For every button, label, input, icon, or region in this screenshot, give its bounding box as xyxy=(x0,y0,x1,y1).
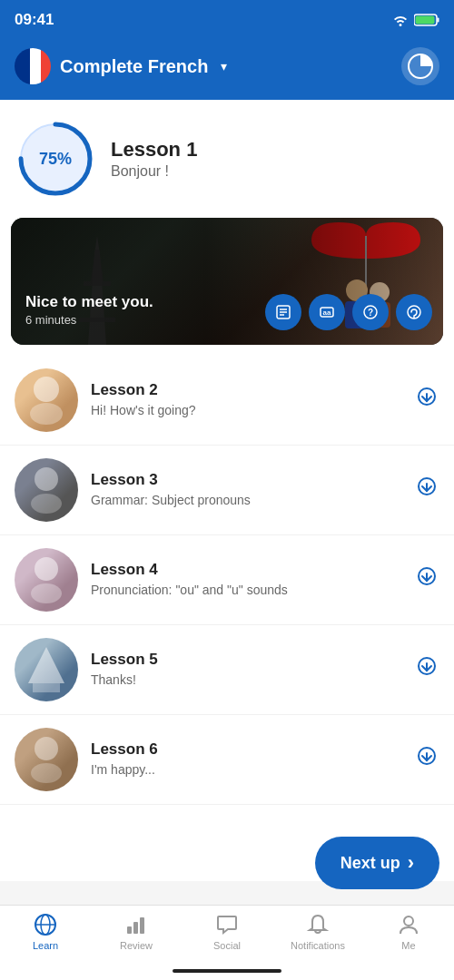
lesson-title-5: Lesson 5 xyxy=(91,651,401,669)
download-btn-3[interactable] xyxy=(414,475,439,505)
lesson-thumb-2 xyxy=(15,368,78,432)
banner-duration: 6 minutes xyxy=(25,313,153,327)
svg-rect-44 xyxy=(133,922,138,934)
svg-rect-2 xyxy=(416,16,435,24)
lesson-info-4: Lesson 4 Pronunciation: "ou" and "u" sou… xyxy=(91,561,401,600)
lesson-desc-3: Grammar: Subject pronouns xyxy=(91,492,401,510)
progress-circle: 75% xyxy=(15,118,96,200)
lesson-thumb-3 xyxy=(15,458,78,522)
vocabulary-icon-btn[interactable] xyxy=(265,294,301,330)
lesson-thumb-5 xyxy=(15,638,78,701)
lesson-item-6[interactable]: Lesson 6 I'm happy... xyxy=(0,715,454,805)
svg-marker-34 xyxy=(28,647,64,683)
speak-icon-btn[interactable] xyxy=(396,294,432,330)
main-content: 75% Lesson 1 Bonjour ! xyxy=(0,100,454,881)
status-bar: 09:41 xyxy=(0,0,454,40)
nav-label-notifications: Notifications xyxy=(291,940,345,951)
svg-point-25 xyxy=(34,377,59,402)
lesson-item-3[interactable]: Lesson 3 Grammar: Subject pronouns xyxy=(0,446,454,535)
header: Complete French ▾ xyxy=(0,40,454,100)
lesson-title-3: Lesson 3 xyxy=(91,471,401,489)
bell-icon xyxy=(306,913,330,936)
lesson1-subtitle: Bonjour ! xyxy=(111,163,197,180)
download-btn-6[interactable] xyxy=(414,744,439,775)
svg-point-38 xyxy=(31,763,62,783)
banner-icons: aa ? xyxy=(265,294,432,330)
nav-item-me[interactable]: Me xyxy=(363,913,454,951)
svg-point-24 xyxy=(413,318,415,319)
svg-point-26 xyxy=(30,403,63,425)
lesson-info-6: Lesson 6 I'm happy... xyxy=(91,740,401,779)
profile-button[interactable] xyxy=(401,47,439,85)
home-indicator xyxy=(173,969,281,973)
banner-title: Nice to meet you. xyxy=(25,293,153,311)
nav-item-notifications[interactable]: Notifications xyxy=(272,913,363,951)
download-btn-4[interactable] xyxy=(414,564,439,595)
lesson1-section[interactable]: 75% Lesson 1 Bonjour ! xyxy=(0,100,454,218)
svg-point-31 xyxy=(35,557,58,581)
svg-text:aa: aa xyxy=(323,309,331,317)
download-btn-5[interactable] xyxy=(414,654,439,685)
nav-label-learn: Learn xyxy=(33,940,58,951)
lesson-desc-2: Hi! How's it going? xyxy=(91,402,401,420)
svg-point-29 xyxy=(31,494,62,514)
svg-point-32 xyxy=(31,583,62,603)
flag-icon xyxy=(15,48,51,84)
quiz-icon-btn[interactable]: ? xyxy=(352,294,389,330)
next-up-label: Next up xyxy=(340,854,400,873)
nav-item-learn[interactable]: Learn xyxy=(0,913,91,951)
globe-icon xyxy=(34,913,57,936)
header-left[interactable]: Complete French ▾ xyxy=(15,48,227,84)
lesson-desc-6: I'm happy... xyxy=(91,761,401,779)
lesson-thumb-4 xyxy=(15,548,78,612)
svg-text:?: ? xyxy=(368,308,373,318)
lesson-desc-5: Thanks! xyxy=(91,671,401,690)
featured-banner[interactable]: Nice to meet you. 6 minutes aa xyxy=(11,218,443,345)
lesson-title-2: Lesson 2 xyxy=(91,381,401,399)
svg-rect-35 xyxy=(33,683,60,692)
lesson-info-2: Lesson 2 Hi! How's it going? xyxy=(91,381,401,420)
lesson-title-4: Lesson 4 xyxy=(91,561,401,579)
svg-point-46 xyxy=(404,916,413,926)
nav-label-social: Social xyxy=(213,940,241,951)
svg-point-28 xyxy=(35,467,58,491)
svg-rect-43 xyxy=(127,926,132,934)
status-icons xyxy=(392,14,439,26)
lesson-desc-4: Pronunciation: "ou" and "u" sounds xyxy=(91,582,401,600)
lesson1-info: Lesson 1 Bonjour ! xyxy=(111,138,197,180)
chat-icon xyxy=(215,913,239,936)
lesson1-title: Lesson 1 xyxy=(111,138,197,162)
nav-label-me: Me xyxy=(401,940,415,951)
svg-rect-1 xyxy=(438,18,439,23)
nav-item-review[interactable]: Review xyxy=(91,913,182,951)
wifi-icon xyxy=(392,14,409,26)
lesson-item-5[interactable]: Lesson 5 Thanks! xyxy=(0,625,454,715)
next-up-arrow: › xyxy=(408,851,414,875)
dropdown-arrow-icon[interactable]: ▾ xyxy=(221,59,227,74)
banner-text: Nice to meet you. 6 minutes xyxy=(25,293,153,327)
chart-icon xyxy=(124,913,148,936)
progress-percentage: 75% xyxy=(39,150,72,169)
nav-item-social[interactable]: Social xyxy=(182,913,272,951)
battery-icon xyxy=(414,14,439,26)
flashcard-icon-btn[interactable]: aa xyxy=(309,294,345,330)
lesson-title-6: Lesson 6 xyxy=(91,740,401,759)
next-up-button[interactable]: Next up › xyxy=(315,837,439,889)
nav-label-review: Review xyxy=(120,940,153,951)
lesson-thumb-6 xyxy=(15,728,78,791)
lesson-info-5: Lesson 5 Thanks! xyxy=(91,651,401,690)
person-icon xyxy=(397,913,420,936)
course-title: Complete French xyxy=(60,56,208,77)
download-btn-2[interactable] xyxy=(414,385,439,416)
svg-rect-45 xyxy=(140,917,144,934)
lesson-item-2[interactable]: Lesson 2 Hi! How's it going? xyxy=(0,356,454,446)
svg-point-37 xyxy=(35,737,58,760)
lesson-item-4[interactable]: Lesson 4 Pronunciation: "ou" and "u" sou… xyxy=(0,535,454,625)
status-time: 09:41 xyxy=(15,11,54,29)
lesson-info-3: Lesson 3 Grammar: Subject pronouns xyxy=(91,471,401,510)
timer-icon xyxy=(407,53,434,80)
lesson-list: Lesson 2 Hi! How's it going? Lesson xyxy=(0,352,454,808)
